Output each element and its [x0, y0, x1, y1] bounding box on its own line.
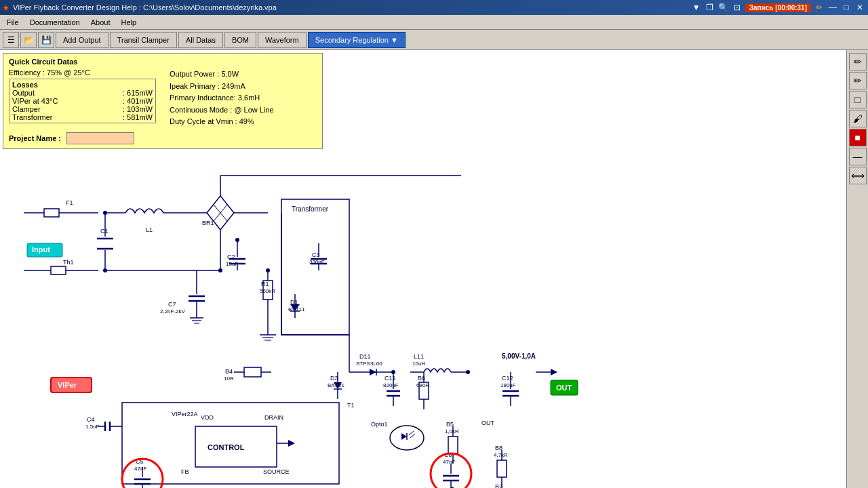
arrows-icon[interactable]: ⟺	[849, 167, 867, 184]
svg-text:560kR: 560kR	[260, 288, 275, 294]
loss-output: Output: 615mW	[12, 89, 153, 97]
svg-text:CONTROL: CONTROL	[208, 443, 245, 451]
minimize-button[interactable]: —	[827, 2, 838, 13]
record-badge: Запись [00:00:31]	[745, 3, 811, 12]
search-icon[interactable]: 🔍	[718, 2, 729, 13]
app-logo: ★	[3, 4, 9, 12]
svg-text:BR1: BR1	[202, 220, 214, 226]
pencil2-icon[interactable]: ✏	[849, 72, 867, 89]
svg-text:SOURCE: SOURCE	[263, 468, 290, 475]
svg-text:T1: T1	[347, 402, 355, 409]
svg-point-178	[218, 268, 222, 272]
svg-text:VIPer22A: VIPer22A	[172, 411, 198, 418]
loss-transformer: Transformer: 581mW	[12, 113, 153, 121]
svg-text:FB: FB	[181, 468, 189, 475]
svg-text:VDD: VDD	[201, 414, 214, 421]
right-sidebar: ✏ ✏ □ 🖌 ■ — ⟺	[846, 50, 868, 488]
svg-text:STPS3L60: STPS3L60	[356, 361, 382, 367]
close-button[interactable]: ✕	[854, 2, 865, 13]
svg-point-177	[103, 268, 107, 272]
duty-cycle: Duty Cycle at Vmin : 49%	[170, 116, 317, 128]
pencil-icon[interactable]: ✏	[849, 53, 867, 70]
dropdown-icon[interactable]: ▼	[691, 2, 702, 13]
svg-text:OUT: OUT	[481, 420, 495, 426]
menu-bar: File Documentation About Help	[0, 15, 868, 30]
svg-point-176	[103, 211, 107, 215]
svg-text:Input: Input	[32, 245, 50, 253]
title-bar: ★ VIPer Flyback Converter Design Help : …	[0, 0, 868, 15]
svg-text:1,5uF: 1,5uF	[85, 424, 100, 430]
svg-text:D3: D3	[330, 375, 338, 382]
maximize-button[interactable]: □	[841, 2, 852, 13]
secondary-regulation-button[interactable]: Secondary Regulation ▼	[308, 32, 406, 48]
output-power: Output Power : 5,0W	[170, 68, 317, 81]
svg-text:Th1: Th1	[63, 259, 74, 266]
project-name-label: Project Name :	[9, 134, 61, 142]
brush-icon[interactable]: 🖌	[849, 110, 867, 127]
svg-text:Opto1: Opto1	[371, 421, 388, 428]
quick-panel: Quick Circuit Datas Efficiency : 75% @ 2…	[3, 53, 323, 149]
svg-text:5,00V-1,0A: 5,00V-1,0A	[502, 352, 536, 360]
menu-help[interactable]: Help	[115, 17, 142, 28]
right-data: Output Power : 5,0W Ipeak Primary : 249m…	[170, 68, 317, 128]
bom-button[interactable]: BOM	[224, 32, 256, 48]
svg-text:L1: L1	[146, 226, 153, 233]
ipeak: Ipeak Primary : 249mA	[170, 81, 317, 93]
toolbar: ☰ 📂 💾 Add Output Transil Clamper All Dat…	[0, 30, 868, 50]
svg-text:OUT: OUT	[556, 384, 572, 392]
project-name-input[interactable]	[66, 132, 134, 144]
svg-point-181	[391, 370, 395, 374]
loss-clamper: Clamper: 103mW	[12, 105, 153, 113]
svg-text:1,0kR: 1,0kR	[445, 428, 459, 434]
menu-about[interactable]: About	[85, 17, 116, 28]
svg-text:47nF: 47nF	[134, 466, 146, 472]
svg-text:10uH: 10uH	[412, 361, 425, 367]
losses-box: Losses Output: 615mW VIPer at 43°C: 401m…	[9, 79, 156, 123]
svg-text:C11: C11	[384, 375, 396, 382]
transil-clamper-button[interactable]: Transil Clamper	[110, 32, 177, 48]
loss-viper: VIPer at 43°C: 401mW	[12, 97, 153, 105]
svg-text:R1: R1	[261, 281, 269, 287]
line-icon[interactable]: —	[849, 148, 867, 165]
circuit-area: Quick Circuit Datas Efficiency : 75% @ 2…	[0, 50, 846, 488]
menu-documentation[interactable]: Documentation	[24, 17, 85, 28]
add-output-button[interactable]: Add Output	[56, 32, 108, 48]
primary-inductance: Primary Inductance: 3,6mH	[170, 92, 317, 104]
copy-icon[interactable]: ❐	[705, 2, 715, 13]
toolbar-icon-3[interactable]: 💾	[38, 32, 54, 48]
svg-text:2,2nF-2kV: 2,2nF-2kV	[160, 308, 186, 314]
svg-point-180	[266, 268, 270, 272]
efficiency-text: Efficiency : 75% @ 25°C	[9, 68, 156, 77]
pen-tool-icon[interactable]: ✏	[814, 2, 825, 13]
svg-text:L11: L11	[414, 353, 424, 360]
quick-panel-title: Quick Circuit Datas	[9, 58, 317, 66]
square-tool-icon[interactable]: □	[849, 91, 867, 108]
svg-text:C4: C4	[87, 416, 95, 423]
red-fill-icon[interactable]: ■	[849, 129, 867, 146]
svg-point-182	[466, 370, 470, 374]
all-datas-button[interactable]: All Datas	[178, 32, 223, 48]
toolbar-icon-2[interactable]: 📂	[20, 32, 37, 48]
svg-text:B4: B4	[225, 368, 233, 375]
toolbar-icon-1[interactable]: ☰	[3, 32, 19, 48]
svg-text:680R: 680R	[416, 382, 429, 388]
svg-text:B7: B7	[495, 483, 502, 488]
continuous-mode: Continuous Mode : @ Low Line	[170, 104, 317, 117]
svg-text:47nF: 47nF	[443, 459, 455, 465]
menu-file[interactable]: File	[1, 17, 24, 28]
svg-text:DRAIN: DRAIN	[264, 414, 283, 421]
svg-text:180uF: 180uF	[500, 382, 516, 388]
svg-text:F1: F1	[66, 199, 73, 206]
svg-text:10R: 10R	[224, 375, 234, 382]
svg-text:D11: D11	[359, 353, 371, 360]
svg-text:C12: C12	[502, 375, 513, 382]
fullscreen-icon[interactable]: ⊡	[732, 2, 743, 13]
losses-title: Losses	[12, 81, 153, 89]
main-area: Quick Circuit Datas Efficiency : 75% @ 2…	[0, 50, 868, 488]
waveform-button[interactable]: Waveform	[258, 32, 307, 48]
svg-text:VIPer: VIPer	[58, 381, 77, 389]
svg-text:4,7kR: 4,7kR	[494, 452, 508, 458]
svg-point-179	[235, 238, 239, 242]
svg-text:820uF: 820uF	[383, 382, 399, 388]
svg-text:Transformer: Transformer	[292, 205, 329, 213]
